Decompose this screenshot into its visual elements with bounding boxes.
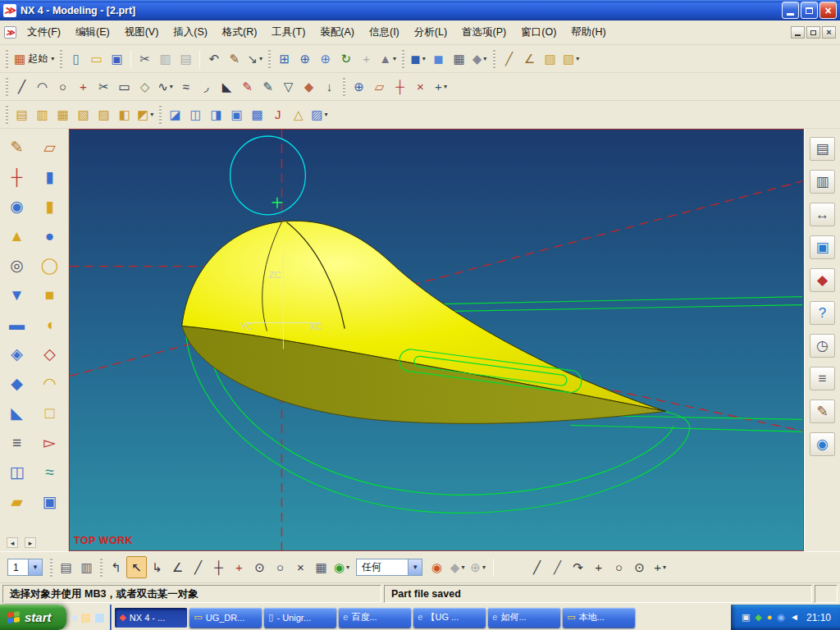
selection-scope-button[interactable]: ◉▾	[331, 556, 352, 578]
menu-preferences[interactable]: 首选项(P)	[454, 21, 514, 43]
paste-button[interactable]: ▤	[176, 48, 196, 70]
chamfer-feature-button[interactable]: ◣	[5, 401, 30, 424]
revolve-button[interactable]: ◉	[5, 194, 30, 217]
fillet-button[interactable]: ◞	[196, 75, 217, 98]
bridge-surface-button[interactable]: ◧	[114, 103, 135, 126]
through-curves-button[interactable]: ▥	[32, 103, 52, 126]
line-button[interactable]: ╱	[11, 75, 32, 98]
insert-sketch-button[interactable]: +▾	[431, 75, 451, 98]
pad-button[interactable]: ■	[38, 283, 62, 306]
close-button[interactable]: ×	[819, 2, 837, 19]
spline-button[interactable]: ∿▾	[155, 75, 176, 98]
snap-line2-button[interactable]: ╱	[547, 556, 568, 578]
task-ug-dr-folder[interactable]: ▭UG_DR...	[189, 608, 262, 628]
cascade-layout-button[interactable]: ▥	[810, 170, 835, 194]
quick-trim-button[interactable]: ✂	[94, 75, 114, 98]
snap-intersection-button[interactable]: ×	[290, 556, 311, 578]
instance-feature-button[interactable]: ▣	[38, 490, 62, 513]
shaded-edges-button[interactable]: ◼	[428, 48, 449, 70]
perspective-button[interactable]: ▲▾	[377, 48, 399, 70]
project-curve-button[interactable]: ▽	[278, 75, 299, 98]
datum-plane-button[interactable]: ▱	[369, 75, 390, 98]
fill-button[interactable]: ◆	[299, 75, 319, 98]
help-button[interactable]: ?	[810, 301, 835, 325]
cut-button[interactable]: ✂	[135, 48, 155, 70]
combo-arrow-icon[interactable]: ▼	[28, 559, 42, 575]
wireframe-view-button[interactable]: ▦	[449, 48, 469, 70]
swept-surface-button[interactable]: ▧	[73, 103, 94, 126]
combo-arrow-icon[interactable]: ▼	[408, 559, 422, 575]
rotate-view-button[interactable]: ↻	[336, 48, 356, 70]
sketch-button[interactable]: ✎	[5, 135, 30, 158]
restore-button[interactable]	[801, 2, 818, 19]
measure-angle-button[interactable]: ∠	[519, 48, 540, 70]
selection-filter-combo[interactable]: 任何 ▼	[356, 559, 422, 576]
download-tray-icon[interactable]: ◉	[777, 613, 785, 622]
zoom-in-button[interactable]: ⊕	[315, 48, 336, 70]
divide-curve-button[interactable]: ✎	[258, 75, 278, 98]
arrow-button[interactable]: ↓	[319, 75, 340, 98]
e-learning-button[interactable]: ◆	[810, 268, 835, 292]
menu-view[interactable]: 视图(V)	[117, 21, 167, 43]
redlining-button[interactable]: ✎	[224, 48, 244, 70]
datum-axis-button[interactable]: ┼	[390, 75, 410, 98]
groove-button[interactable]: ◖	[38, 313, 62, 336]
start-button[interactable]: start	[0, 605, 66, 630]
split-body-button[interactable]: ◫	[5, 460, 30, 483]
law-extension-button[interactable]: △	[288, 103, 308, 126]
extension-button[interactable]: J	[267, 103, 288, 126]
save-button[interactable]: ▣	[107, 48, 127, 70]
display-mode-button[interactable]: ▣	[810, 235, 835, 259]
slot-button[interactable]: ▬	[5, 313, 30, 336]
thread-button[interactable]: ≡	[5, 431, 30, 454]
snap-grid-button[interactable]: ▦	[311, 556, 331, 578]
zoom-button[interactable]: ⊕	[294, 48, 315, 70]
task-local-folder[interactable]: ▭本地...	[563, 608, 635, 628]
task-how-to[interactable]: e如何...	[488, 608, 560, 628]
history-clock-button[interactable]: ◷	[810, 334, 835, 358]
menu-assemblies[interactable]: 装配(A)	[313, 21, 362, 43]
work-layer-combo[interactable]: 1 ▼	[7, 559, 43, 576]
color-palette-button[interactable]: ◉	[427, 556, 447, 578]
point-button[interactable]: +	[73, 75, 94, 98]
section-surface-button[interactable]: ▨	[94, 103, 114, 126]
scroll-left-button[interactable]: ◂	[7, 537, 18, 548]
styled-blend-button[interactable]: ◫	[185, 103, 206, 126]
roles-button[interactable]: ◉	[810, 432, 835, 456]
snap-plus-button[interactable]: +	[588, 556, 609, 578]
through-curve-mesh-button[interactable]: ▦	[52, 103, 73, 126]
profile-button[interactable]: ◇	[135, 75, 155, 98]
scroll-right-button[interactable]: ▸	[25, 537, 36, 548]
tile-layout-button[interactable]: ▤	[810, 137, 835, 161]
magnify-cursor-button[interactable]: ⊕▾	[468, 556, 488, 578]
snap-circle-center-button[interactable]: ⊙	[629, 556, 650, 578]
task-nx4[interactable]: ◆NX 4 - ...	[115, 608, 187, 628]
task-unigraphics[interactable]: ▯- Unigr...	[264, 608, 336, 628]
extrude-button[interactable]: ▮	[38, 165, 62, 188]
task-baidu[interactable]: e百度...	[339, 608, 411, 628]
hole-button[interactable]: ◎	[5, 253, 30, 276]
menu-file[interactable]: 文件(F)	[20, 21, 68, 43]
notes-button[interactable]: ✎	[810, 399, 835, 423]
ruled-surface-button[interactable]: ▤	[11, 103, 32, 126]
snap-point-button[interactable]: +	[229, 556, 249, 578]
snap-more-button[interactable]: +▾	[650, 556, 670, 578]
edge-blend-button[interactable]: ◠	[38, 372, 62, 395]
snap-center-button[interactable]: ⊙	[249, 556, 270, 578]
input-method-tray-icon[interactable]: ●	[767, 613, 773, 622]
boss-button[interactable]: ◯	[38, 253, 62, 276]
face-blend-button[interactable]: ◨	[206, 103, 226, 126]
undo-button[interactable]: ↶	[203, 48, 224, 70]
menu-window[interactable]: 窗口(O)	[514, 21, 564, 43]
intersect-button[interactable]: ◆	[5, 372, 30, 395]
new-file-button[interactable]: ▯	[66, 48, 86, 70]
next-selection-button[interactable]: ↳	[147, 556, 167, 578]
menu-insert[interactable]: 插入(S)	[166, 21, 215, 43]
select-arrow-button[interactable]: ↖	[126, 556, 147, 578]
graphics-window[interactable]: ZC YC XC TOP WORK	[69, 129, 804, 551]
arc-button[interactable]: ◠	[32, 75, 52, 98]
mdi-minimize-button[interactable]	[791, 26, 805, 39]
n-sided-surface-button[interactable]: ◩▾	[135, 103, 156, 126]
menu-tools[interactable]: 工具(T)	[264, 21, 313, 43]
previous-selection-button[interactable]: ↰	[106, 556, 126, 578]
